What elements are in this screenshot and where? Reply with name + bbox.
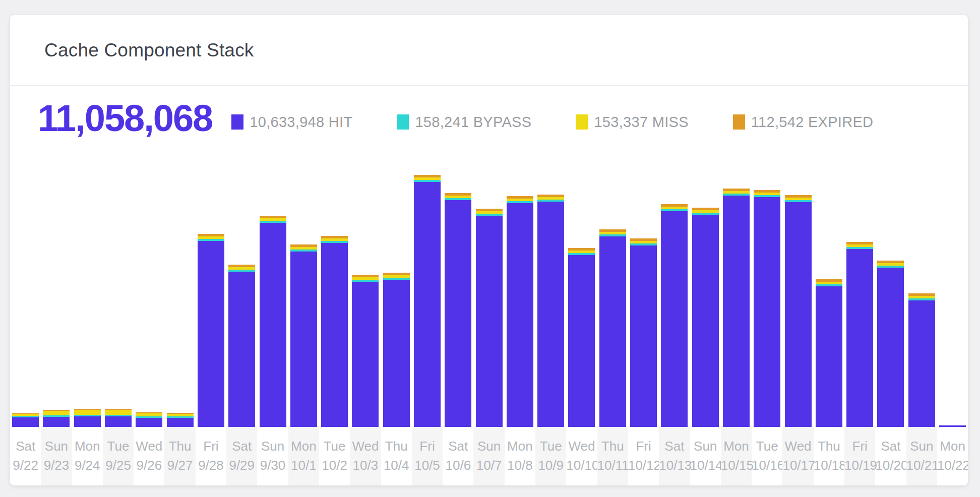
bar-9/23[interactable] [43, 410, 70, 427]
day-label: Sat [875, 439, 906, 453]
bar-10/14[interactable] [692, 208, 719, 427]
segment-hit[interactable] [754, 197, 780, 427]
segment-hit[interactable] [414, 182, 441, 427]
segment-hit[interactable] [43, 417, 70, 427]
date-label: 10/14 [690, 458, 721, 472]
axis-column-10/14: Sun10/14 [690, 427, 721, 485]
segment-hit[interactable] [507, 203, 533, 427]
bar-10/21[interactable] [908, 293, 935, 427]
bar-10/13[interactable] [661, 204, 688, 427]
segment-hit[interactable] [661, 211, 688, 427]
bar-10/10[interactable] [568, 248, 595, 427]
axis-column-10/17: Wed10/17 [782, 427, 813, 485]
segment-hit[interactable] [785, 202, 812, 427]
date-label: 10/15 [721, 458, 752, 472]
legend-item-miss[interactable]: 153,337 MISS [576, 114, 688, 131]
bar-10/2[interactable] [321, 236, 348, 427]
segment-hit[interactable] [568, 255, 595, 427]
segment-hit[interactable] [383, 280, 410, 427]
bar-10/6[interactable] [445, 193, 471, 427]
segment-hit[interactable] [908, 300, 935, 427]
date-label: 10/12 [628, 458, 659, 472]
segment-hit[interactable] [599, 236, 626, 427]
legend-item-expired[interactable]: 112,542 EXPIRED [733, 114, 874, 131]
bar-9/22[interactable] [12, 413, 39, 427]
legend-item-hit[interactable]: 10,633,948 HIT [231, 114, 352, 131]
bar-slot [381, 273, 412, 427]
bar-10/16[interactable] [754, 190, 780, 427]
bar-9/25[interactable] [105, 409, 132, 427]
axis-column-10/21: Sun10/21 [906, 427, 937, 485]
segment-hit[interactable] [321, 243, 348, 427]
bar-9/29[interactable] [228, 265, 255, 427]
axis-column-9/26: Wed9/26 [134, 427, 164, 485]
axis-column-10/9: Tue10/9 [535, 427, 566, 485]
date-label: 10/17 [782, 458, 813, 472]
day-label: Mon [72, 439, 103, 453]
bar-10/4[interactable] [383, 273, 410, 427]
axis-column-10/1: Mon10/1 [288, 427, 319, 485]
bar-9/26[interactable] [136, 412, 162, 427]
bar-slot [350, 275, 381, 427]
bar-10/3[interactable] [352, 275, 379, 427]
bar-9/28[interactable] [198, 234, 224, 427]
segment-hit[interactable] [167, 418, 194, 427]
bar-9/24[interactable] [74, 409, 101, 427]
date-label: 10/8 [505, 458, 535, 472]
segment-hit[interactable] [846, 249, 873, 427]
segment-hit[interactable] [537, 202, 564, 427]
bar-10/8[interactable] [507, 196, 533, 427]
bar-10/20[interactable] [877, 261, 904, 427]
miss-swatch-icon [576, 114, 588, 130]
segment-hit[interactable] [352, 282, 379, 427]
bar-10/12[interactable] [630, 238, 657, 427]
segment-miss[interactable] [43, 411, 70, 415]
bar-slot [164, 413, 195, 427]
bar-slot [319, 236, 350, 427]
date-label: 10/4 [381, 458, 412, 472]
segment-miss[interactable] [105, 410, 132, 415]
legend-item-bypass[interactable]: 158,241 BYPASS [397, 114, 531, 131]
segment-miss[interactable] [74, 410, 101, 415]
bar-slot [597, 229, 628, 427]
bar-10/11[interactable] [599, 229, 626, 427]
segment-hit[interactable] [74, 416, 101, 427]
segment-hit[interactable] [290, 252, 317, 427]
segment-hit[interactable] [723, 196, 750, 427]
bar-9/30[interactable] [260, 216, 286, 427]
bar-10/9[interactable] [537, 195, 564, 427]
segment-hit[interactable] [445, 200, 471, 427]
bar-slot [659, 204, 690, 427]
axis-column-10/15: Mon10/15 [721, 427, 752, 485]
bar-10/15[interactable] [723, 189, 750, 427]
bar-10/19[interactable] [846, 242, 873, 427]
day-label: Sat [443, 439, 473, 453]
bar-10/5[interactable] [414, 175, 441, 427]
day-label: Wed [782, 439, 813, 453]
bar-10/18[interactable] [816, 279, 842, 427]
segment-hit[interactable] [198, 241, 224, 427]
axis-column-9/29: Sat9/29 [226, 427, 257, 485]
axis-column-10/19: Fri10/19 [844, 427, 875, 485]
bar-10/1[interactable] [290, 244, 317, 427]
axis-column-10/5: Fri10/5 [412, 427, 443, 485]
segment-hit[interactable] [476, 216, 503, 427]
segment-hit[interactable] [630, 245, 657, 427]
date-label: 9/29 [226, 458, 257, 472]
bar-slot [41, 410, 72, 427]
segment-hit[interactable] [816, 286, 842, 427]
segment-hit[interactable] [877, 268, 904, 427]
day-label: Thu [814, 439, 844, 453]
bar-10/17[interactable] [785, 195, 812, 427]
segment-hit[interactable] [12, 417, 39, 427]
bar-10/7[interactable] [476, 209, 503, 427]
segment-hit[interactable] [228, 272, 255, 427]
day-label: Sun [41, 439, 72, 453]
segment-hit[interactable] [136, 418, 162, 427]
segment-hit[interactable] [692, 215, 719, 427]
segment-hit[interactable] [260, 223, 286, 427]
date-label: 9/28 [196, 458, 226, 472]
segment-hit[interactable] [105, 416, 132, 427]
bar-9/27[interactable] [167, 413, 194, 427]
bars-area [10, 155, 968, 427]
